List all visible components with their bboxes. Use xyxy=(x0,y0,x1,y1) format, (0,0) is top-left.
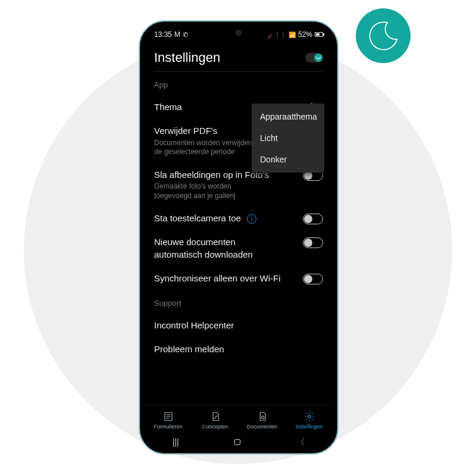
nav-forms[interactable]: Formulieren xyxy=(145,405,192,436)
notch xyxy=(206,26,271,39)
helpcenter-label: Incontrol Helpcenter xyxy=(154,320,317,331)
moon-badge xyxy=(356,8,411,63)
wifi-sync-label: Synchroniseer alleen over Wi-Fi xyxy=(154,273,297,284)
autodownload-label: Nieuwe documenten automatisch downloaden xyxy=(154,236,285,261)
helpcenter-row[interactable]: Incontrol Helpcenter xyxy=(154,314,323,337)
bottom-nav: Formulieren Concepten Documenten Instell… xyxy=(145,405,333,436)
theme-option-light[interactable]: Licht xyxy=(252,127,324,149)
section-support-label: Support xyxy=(154,299,323,308)
status-time: 13:35 xyxy=(154,30,172,39)
signal-icon: 📶 xyxy=(289,32,296,38)
sysnav-home[interactable] xyxy=(234,439,240,445)
report-problem-label: Probleem melden xyxy=(154,343,317,355)
page-title: Instellingen xyxy=(154,50,220,65)
wifi-sync-row[interactable]: Synchroniseer alleen over Wi-Fi xyxy=(154,267,323,290)
forms-icon xyxy=(163,411,174,422)
mail-icon: M xyxy=(174,30,180,39)
section-app-label: App xyxy=(154,80,323,89)
report-problem-row[interactable]: Probleem melden xyxy=(154,337,323,361)
camera-switch[interactable] xyxy=(303,214,323,224)
nav-concepts[interactable]: Concepten xyxy=(192,405,239,436)
phone-frame: 13:35 M ✆ 🔇 ⋮⋮ 📶 52% Instellingen App Th… xyxy=(139,20,339,455)
svg-point-5 xyxy=(308,415,311,418)
whatsapp-icon: ✆ xyxy=(183,31,188,39)
save-photos-sub: Gemaakte foto's worden toegevoegd aan je… xyxy=(154,182,267,201)
autodownload-switch[interactable] xyxy=(303,237,323,248)
concepts-icon xyxy=(210,411,221,422)
nav-settings[interactable]: Instellingen xyxy=(286,405,333,436)
autodownload-row[interactable]: Nieuwe documenten automatisch downloaden xyxy=(154,230,323,267)
theme-dropdown: Apparaatthema Licht Donker xyxy=(252,104,324,173)
documents-icon xyxy=(257,411,268,422)
nav-documents[interactable]: Documenten xyxy=(239,405,286,436)
title-row: Instellingen xyxy=(154,46,323,72)
system-nav: ||| 〈 xyxy=(145,436,333,449)
phone-screen: 13:35 M ✆ 🔇 ⋮⋮ 📶 52% Instellingen App Th… xyxy=(145,26,333,449)
svg-point-4 xyxy=(261,416,264,419)
camera-row[interactable]: Sta toestelcamera toe i xyxy=(154,206,323,230)
wifi-sync-switch[interactable] xyxy=(303,274,323,284)
status-battery: 52% xyxy=(298,30,312,39)
camera-label: Sta toestelcamera toe i xyxy=(154,212,297,224)
wifi-icon: ⋮⋮ xyxy=(274,32,286,38)
info-icon[interactable]: i xyxy=(247,214,256,224)
moon-icon xyxy=(366,18,400,53)
theme-option-dark[interactable]: Donker xyxy=(252,149,324,170)
battery-icon xyxy=(315,32,323,37)
dark-mode-master-toggle[interactable] xyxy=(305,53,323,62)
remove-pdf-sub: Documenten worden verwijderd na de gesel… xyxy=(154,139,267,157)
theme-option-device[interactable]: Apparaatthema xyxy=(252,106,324,127)
sysnav-recents[interactable]: ||| xyxy=(173,437,179,447)
gear-icon xyxy=(304,411,315,422)
sysnav-back[interactable]: 〈 xyxy=(296,437,305,447)
settings-content: Instellingen App Thema Donker Verwijder … xyxy=(145,44,333,405)
